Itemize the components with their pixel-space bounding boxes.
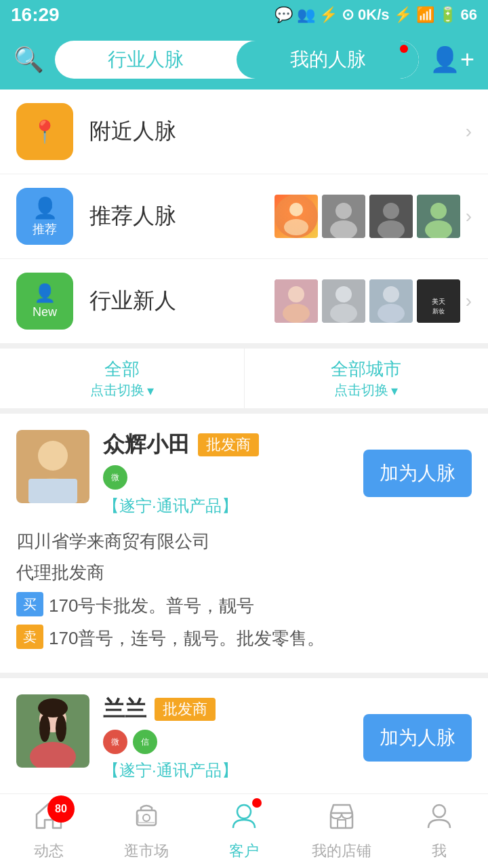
wechat-icon-zhonghui: 微: [103, 465, 127, 490]
person-badge-zhonghui: 批发商: [198, 433, 259, 456]
thumb-4: [417, 195, 460, 238]
svg-point-4: [336, 203, 352, 219]
sell-tag-zhonghui: 卖: [16, 625, 43, 649]
header-tabs: 行业人脉 我的人脉: [55, 41, 419, 79]
add-contact-btn-lanlan[interactable]: 加为人脉: [363, 714, 472, 762]
recommend-label: 推荐人脉: [89, 201, 274, 231]
svg-point-35: [56, 715, 66, 742]
social-icons-zhonghui: 微: [103, 465, 350, 490]
me-label: 我: [432, 841, 447, 861]
filter-category[interactable]: 全部 点击切换 ▾: [0, 349, 245, 408]
add-contact-btn-zhonghui[interactable]: 加为人脉: [363, 450, 472, 497]
svg-point-2: [284, 219, 308, 235]
search-icon[interactable]: 🔍: [14, 45, 44, 74]
nav-item-newbie[interactable]: 👤 New 行业新人: [0, 259, 488, 343]
svg-point-14: [283, 304, 310, 323]
svg-point-20: [378, 304, 405, 323]
newbie-thumb-4: 美天 新妆: [417, 279, 460, 323]
person-badge-lanlan: 批发商: [155, 698, 216, 721]
newbie-thumb-3: [369, 279, 413, 323]
person-name-row-lanlan: 兰兰 批发商: [103, 694, 350, 724]
person-name-zhonghui: 众辉小田: [103, 430, 190, 460]
trade-sell-row-zhonghui: 卖 170普号，连号，靓号。批发零售。: [16, 625, 472, 653]
recommend-person-icon: 👤: [33, 196, 58, 220]
svg-point-34: [39, 715, 50, 742]
tab-notification-dot: [400, 45, 408, 53]
status-icons: 💬 👥 ⚡ ⊙ 0K/s ⚡ 📶 🔋 66: [274, 6, 477, 24]
svg-rect-40: [137, 810, 156, 825]
svg-point-42: [237, 805, 251, 818]
filter-row: 全部 点击切换 ▾ 全部城市 点击切换 ▾: [0, 349, 488, 408]
tab-my-contacts[interactable]: 我的人脉: [237, 41, 418, 79]
nav-me[interactable]: 我: [390, 801, 488, 861]
svg-point-25: [38, 441, 68, 471]
svg-text:微: 微: [111, 473, 119, 482]
nav-section: 📍 附近人脉 › 👤 推荐 推荐人脉: [0, 90, 488, 343]
buy-tag-zhonghui: 买: [16, 592, 43, 616]
nav-item-recommend[interactable]: 👤 推荐 推荐人脉: [0, 174, 488, 259]
svg-point-13: [288, 286, 304, 302]
svg-text:信: 信: [141, 737, 149, 747]
person-name-row-zhonghui: 众辉小田 批发商: [103, 430, 350, 460]
thumb-1: [274, 195, 318, 238]
filter-city-sub: 点击切换 ▾: [334, 381, 398, 399]
recommend-arrow: ›: [466, 205, 472, 227]
sell-text-zhonghui: 170普号，连号，靓号。批发零售。: [49, 625, 472, 653]
person-location-lanlan: 【遂宁·通讯产品】: [103, 761, 238, 779]
filter-city[interactable]: 全部城市 点击切换 ▾: [245, 349, 489, 408]
recommend-sub-label: 推荐: [33, 221, 57, 237]
customer-badge: [252, 798, 262, 808]
me-icon: [424, 801, 454, 837]
social-icons-lanlan: 微 信: [103, 730, 350, 754]
wechat-icon-lanlan: 信: [133, 730, 157, 754]
nav-feed[interactable]: 80 动态: [0, 801, 98, 861]
user-profile-icon[interactable]: 👤+: [430, 45, 474, 74]
person-avatar-zhonghui: [16, 430, 89, 503]
tab-industry[interactable]: 行业人脉: [55, 41, 237, 79]
nav-item-nearby[interactable]: 📍 附近人脉 ›: [0, 90, 488, 174]
person-company-zhonghui: 四川省学来商贸有限公司: [16, 528, 472, 556]
weibo-icon-lanlan: 微: [103, 730, 127, 754]
nearby-arrow: ›: [466, 121, 472, 142]
header: 🔍 行业人脉 我的人脉 👤+: [0, 30, 488, 90]
nav-shop[interactable]: 我的店铺: [293, 801, 390, 861]
person-card-top-lanlan: 兰兰 批发商 微 信: [16, 694, 472, 781]
nav-market[interactable]: 逛市场: [98, 801, 195, 861]
buy-text-zhonghui: 170号卡批发。普号，靓号: [49, 592, 472, 620]
recommend-icon-box: 👤 推荐: [16, 188, 73, 245]
person-info-lanlan: 兰兰 批发商 微 信: [103, 694, 350, 781]
feed-icon: 80: [34, 801, 64, 837]
chevron-down-icon-2: ▾: [391, 382, 398, 399]
filter-city-main: 全部城市: [331, 357, 401, 381]
person-card-zhonghui: 众辉小田 批发商 微 【遂宁·通讯产品】 加为人脉: [0, 414, 488, 673]
feed-label: 动态: [34, 841, 64, 861]
wifi-icon: 📶: [416, 6, 434, 24]
svg-point-7: [383, 203, 399, 219]
location-icon: 📍: [31, 119, 58, 144]
filter-category-sub: 点击切换 ▾: [90, 381, 154, 399]
person-location-zhonghui: 【遂宁·通讯产品】: [103, 496, 238, 515]
svg-rect-44: [338, 820, 346, 828]
recommend-thumbnails: [274, 195, 460, 238]
svg-point-33: [38, 698, 68, 717]
contacts-icon: 👥: [297, 6, 315, 24]
newbie-person-icon: 👤: [34, 283, 56, 304]
shop-label: 我的店铺: [312, 841, 371, 861]
person-avatar-lanlan: [16, 694, 89, 768]
newbie-icon-box: 👤 New: [16, 273, 73, 330]
svg-text:美天: 美天: [432, 298, 445, 305]
svg-point-41: [143, 814, 150, 821]
nav-customer[interactable]: 客户: [195, 801, 293, 861]
svg-point-10: [430, 203, 447, 219]
svg-rect-27: [28, 479, 77, 503]
status-time: 16:29: [11, 4, 60, 26]
market-label: 逛市场: [124, 841, 169, 861]
person-info-zhonghui: 众辉小田 批发商 微 【遂宁·通讯产品】: [103, 430, 350, 517]
svg-point-17: [330, 304, 357, 323]
feed-badge: 80: [47, 795, 75, 823]
newbie-label: 行业新人: [89, 286, 274, 316]
person-card-top: 众辉小田 批发商 微 【遂宁·通讯产品】 加为人脉: [16, 430, 472, 517]
svg-point-45: [433, 805, 445, 817]
customer-label: 客户: [229, 841, 259, 861]
bottom-nav: 80 动态 逛市场 客户: [0, 793, 488, 868]
